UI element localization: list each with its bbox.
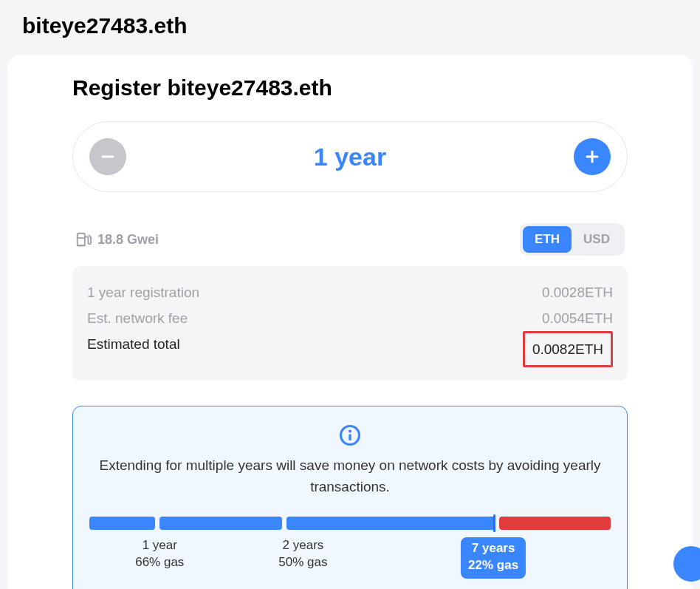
domain-title: biteye27483.eth [22, 13, 678, 38]
savings-bar-segment [286, 517, 495, 530]
fee-total-value: 0.0082ETH [523, 331, 613, 367]
gas-pump-icon [75, 231, 92, 248]
savings-info-box: Extending for multiple years will save m… [72, 406, 628, 589]
decrement-button[interactable] [89, 138, 126, 175]
fee-value: 0.0028ETH [542, 279, 613, 305]
fee-value: 0.0054ETH [542, 305, 613, 331]
fee-breakdown: 1 year registration 0.0028ETH Est. netwo… [72, 266, 628, 381]
minus-icon [99, 148, 117, 166]
savings-label-gas: 66% gas [135, 554, 184, 571]
fee-row-registration: 1 year registration 0.0028ETH [87, 279, 613, 305]
savings-label: 1 year66% gas [135, 537, 184, 571]
gas-row: 18.8 Gwei ETH USD [72, 223, 628, 256]
currency-usd-option[interactable]: USD [572, 226, 622, 253]
fee-label: Est. network fee [87, 305, 188, 331]
fee-row-total: Estimated total 0.0082ETH [87, 331, 613, 367]
savings-labels: 1 year66% gas2 years50% gas7 years22% ga… [89, 537, 611, 580]
register-card: Register biteye27483.eth 1 year 18.8 Gwe… [7, 55, 693, 589]
page-header: biteye27483.eth [0, 0, 700, 55]
savings-label-gas: 50% gas [278, 554, 327, 571]
savings-bar [89, 517, 611, 530]
currency-toggle: ETH USD [520, 223, 625, 256]
plus-icon [583, 148, 601, 166]
fee-row-network: Est. network fee 0.0054ETH [87, 305, 613, 331]
savings-label-duration: 1 year [143, 538, 177, 552]
savings-bar-segment [89, 517, 155, 530]
gas-price: 18.8 Gwei [75, 231, 159, 248]
fee-label: 1 year registration [87, 279, 199, 305]
increment-button[interactable] [574, 138, 611, 175]
savings-bar-segment [499, 517, 611, 530]
card-title: Register biteye27483.eth [72, 75, 628, 101]
savings-label: 2 years50% gas [278, 537, 327, 571]
savings-label-gas: 22% gas [468, 557, 518, 574]
savings-label-duration: 2 years [283, 538, 324, 552]
info-icon-wrap [89, 424, 611, 446]
svg-point-7 [349, 430, 351, 433]
info-message: Extending for multiple years will save m… [89, 455, 611, 497]
svg-rect-8 [349, 435, 351, 441]
savings-label-duration: 7 years [472, 541, 515, 555]
savings-label-highlighted: 7 years22% gas [461, 537, 526, 579]
svg-rect-3 [78, 234, 85, 246]
duration-selector: 1 year [72, 121, 628, 192]
info-icon [339, 424, 361, 446]
fee-label: Estimated total [87, 331, 180, 367]
gas-price-value: 18.8 Gwei [97, 232, 159, 248]
duration-value: 1 year [314, 143, 386, 171]
currency-eth-option[interactable]: ETH [523, 226, 572, 253]
savings-pointer [493, 514, 495, 532]
savings-bar-segment [159, 517, 281, 530]
